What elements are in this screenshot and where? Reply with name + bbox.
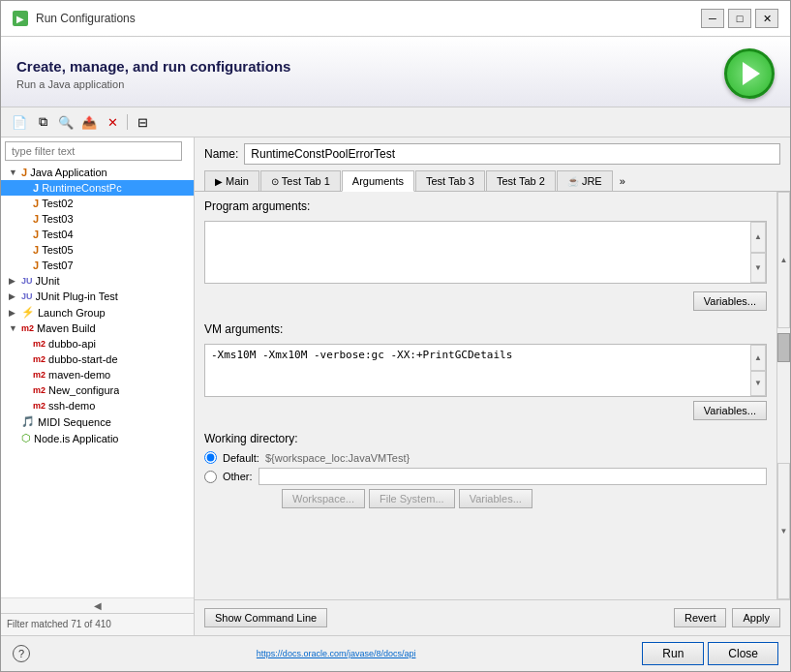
file-system-button[interactable]: File System... xyxy=(369,489,455,508)
close-button[interactable]: Close xyxy=(708,642,778,665)
close-window-button[interactable]: ✕ xyxy=(755,9,778,28)
right-panel: Name: ▶ Main ⊙ Test Tab 1 Arguments Test… xyxy=(195,137,790,635)
window-icon: ▶ xyxy=(13,11,28,26)
right-scroll-up[interactable]: ▲ xyxy=(777,192,790,328)
main-tab-icon: ▶ xyxy=(215,176,223,187)
vm-scroll-up[interactable]: ▲ xyxy=(750,345,766,371)
maven-demo-icon: m2 xyxy=(33,370,46,380)
vm-variables-button[interactable]: Variables... xyxy=(693,401,767,420)
delete-button[interactable]: ✕ xyxy=(102,111,123,133)
tab-more-button[interactable]: » xyxy=(614,171,631,191)
dubbo-api-label: dubbo-api xyxy=(48,338,96,350)
default-radio[interactable] xyxy=(204,451,217,464)
working-dir-label: Working directory: xyxy=(204,432,767,445)
show-command-line-button[interactable]: Show Command Line xyxy=(204,608,327,627)
test03-icon: J xyxy=(33,213,39,225)
scroll-left-icon: ◀ xyxy=(94,600,102,611)
sidebar-item-maven-demo[interactable]: m2 maven-demo xyxy=(1,367,194,382)
sidebar-item-junit[interactable]: ▶ JU JUnit xyxy=(1,273,194,289)
help-button[interactable]: ? xyxy=(13,645,30,662)
filter-input[interactable] xyxy=(5,141,182,161)
run-button[interactable]: Run xyxy=(642,642,704,665)
maximize-button[interactable]: □ xyxy=(728,9,751,28)
vm-args-input[interactable] xyxy=(205,345,766,393)
launch-group-icon: ⚡ xyxy=(21,306,35,319)
program-variables-container: Variables... xyxy=(195,290,776,317)
tab-test1[interactable]: ⊙ Test Tab 1 xyxy=(260,170,341,191)
sidebar-item-maven-build[interactable]: ▼ m2 Maven Build xyxy=(1,321,194,336)
tab-main[interactable]: ▶ Main xyxy=(204,170,259,191)
new-config-button[interactable]: 📄 xyxy=(9,111,30,133)
test02-label: Test02 xyxy=(42,198,73,209)
test02-icon: J xyxy=(33,198,39,209)
right-scroll-down[interactable]: ▼ xyxy=(777,463,790,599)
program-scroll-down[interactable]: ▼ xyxy=(750,253,766,284)
tab-test2[interactable]: Test Tab 2 xyxy=(486,170,556,191)
dubbo-start-icon: m2 xyxy=(33,354,46,364)
vm-variables-container: Variables... xyxy=(195,399,776,426)
arguments-tab-label: Arguments xyxy=(352,175,404,187)
tab-jre[interactable]: ☕ JRE xyxy=(557,170,613,191)
junit-plugin-icon: JU xyxy=(21,291,33,301)
sidebar-item-midi[interactable]: 🎵 MIDI Sequence xyxy=(1,413,194,430)
program-args-input[interactable] xyxy=(205,222,766,280)
sidebar-item-test07[interactable]: J Test07 xyxy=(1,258,194,273)
sidebar-item-test02[interactable]: J Test02 xyxy=(1,196,194,211)
export-button[interactable]: 📤 xyxy=(78,111,100,133)
workspace-button[interactable]: Workspace... xyxy=(282,489,365,508)
maven-icon: m2 xyxy=(21,323,34,333)
program-scroll-up[interactable]: ▲ xyxy=(750,222,766,253)
tab-test3[interactable]: Test Tab 3 xyxy=(415,170,485,191)
duplicate-button[interactable]: ⧉ xyxy=(32,111,53,133)
sidebar-item-new-config[interactable]: m2 New_configura xyxy=(1,382,194,398)
apply-button[interactable]: Apply xyxy=(732,608,780,627)
vm-args-scrollbar: ▲ ▼ xyxy=(750,345,766,396)
node-label: Node.is Applicatio xyxy=(34,433,118,444)
tab-arguments[interactable]: Arguments xyxy=(342,170,414,192)
sidebar-item-ssh-demo[interactable]: m2 ssh-demo xyxy=(1,398,194,413)
sidebar-item-java-app[interactable]: ▼ J Java Application xyxy=(1,165,194,180)
sidebar-item-test05[interactable]: J Test05 xyxy=(1,242,194,258)
filter-config-button[interactable]: 🔍 xyxy=(55,111,76,133)
sidebar-item-junit-plugin[interactable]: ▶ JU JUnit Plug-in Test xyxy=(1,289,194,304)
dir-variables-button[interactable]: Variables... xyxy=(459,489,532,508)
minimize-button[interactable]: ─ xyxy=(701,9,724,28)
collapse-all-button[interactable]: ⊟ xyxy=(132,111,153,133)
name-row: Name: xyxy=(195,137,790,170)
sidebar-item-runtimeconstpool[interactable]: J RuntimeConstPc xyxy=(1,180,194,196)
revert-button[interactable]: Revert xyxy=(674,608,726,627)
vm-scroll-down[interactable]: ▼ xyxy=(750,371,766,397)
main-content: ▼ J Java Application J RuntimeConstPc J … xyxy=(1,137,790,635)
default-radio-value: ${workspace_loc:JavaVMTest} xyxy=(265,452,410,464)
vm-args-container: ▲ ▼ xyxy=(204,344,767,397)
other-radio[interactable] xyxy=(204,471,217,483)
sidebar-item-dubbo-api[interactable]: m2 dubbo-api xyxy=(1,336,194,351)
header: Create, manage, and run configurations R… xyxy=(1,37,790,107)
test04-label: Test04 xyxy=(42,229,73,240)
sidebar-item-test03[interactable]: J Test03 xyxy=(1,211,194,227)
sidebar-item-test04[interactable]: J Test04 xyxy=(1,227,194,242)
run-header-button[interactable] xyxy=(724,48,775,99)
junit-icon: JU xyxy=(21,276,33,286)
program-variables-button[interactable]: Variables... xyxy=(693,291,767,311)
sidebar-item-dubbo-start[interactable]: m2 dubbo-start-de xyxy=(1,351,194,367)
title-bar: ▶ Run Configurations ─ □ ✕ xyxy=(1,1,790,37)
ssh-demo-icon: m2 xyxy=(33,401,46,411)
sidebar-item-launch-group[interactable]: ▶ ⚡ Launch Group xyxy=(1,304,194,321)
name-input[interactable] xyxy=(244,143,780,165)
runtime-icon: J xyxy=(33,182,39,194)
sidebar-item-node[interactable]: ⬡ Node.is Applicatio xyxy=(1,430,194,446)
expand-icon: ▼ xyxy=(9,168,18,177)
other-dir-input[interactable] xyxy=(259,468,767,485)
filter-matched-text: Filter matched 71 of 410 xyxy=(7,619,111,629)
new-config-icon: m2 xyxy=(33,385,46,395)
right-scrollbar[interactable]: ▲ ▼ xyxy=(776,192,790,599)
footer-link[interactable]: https://docs.oracle.com/javase/8/docs/ap… xyxy=(257,649,416,658)
main-tab-label: Main xyxy=(226,175,249,187)
midi-label: MIDI Sequence xyxy=(38,416,111,428)
toolbar-separator xyxy=(127,114,128,130)
scroll-thumb[interactable] xyxy=(777,333,790,362)
sidebar-scroll-arrow[interactable]: ◀ xyxy=(1,597,194,613)
window-title: Run Configurations xyxy=(36,12,136,25)
test03-label: Test03 xyxy=(42,213,73,225)
